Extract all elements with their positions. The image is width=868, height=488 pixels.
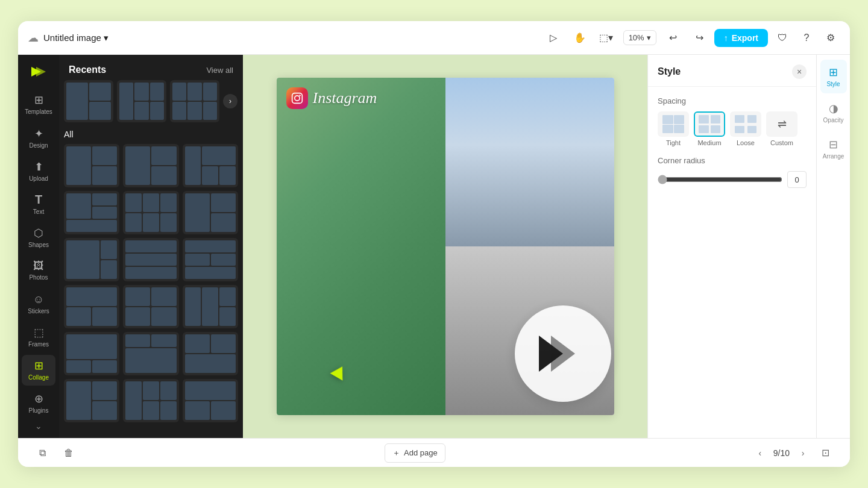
template-thumb-12[interactable] [183, 285, 238, 328]
page-nav: ‹ 9/10 › [752, 445, 811, 461]
sidebar-item-design[interactable]: ✦ Design [22, 122, 55, 153]
template-thumb-17[interactable] [123, 379, 178, 422]
collage-icon: ⊞ [34, 359, 43, 372]
templates-icon: ⊞ [34, 93, 43, 107]
next-page-btn[interactable]: › [794, 445, 811, 461]
sidebar-item-templates[interactable]: ⊞ Templates [22, 89, 55, 120]
topbar: ☁ Untitled image ▾ ▷ ✋ ⬚▾ 10% ▾ ↩ ↪ ↑ Ex… [18, 21, 850, 55]
add-page-btn[interactable]: ＋ Add page [385, 443, 445, 463]
frame-tool-btn[interactable]: ⬚▾ [597, 28, 616, 48]
upload-label: Upload [29, 175, 48, 182]
style-close-btn[interactable]: × [792, 64, 807, 79]
spacing-option-medium[interactable]: Medium [694, 111, 725, 146]
template-thumb-1[interactable] [64, 144, 119, 187]
template-thumb-9[interactable] [183, 238, 238, 281]
fit-page-btn[interactable]: ⊡ [816, 443, 835, 463]
template-thumb-2[interactable] [123, 144, 178, 187]
view-all-btn[interactable]: View all [206, 66, 233, 75]
spacing-tight-icon [658, 111, 689, 137]
spacing-option-tight[interactable]: Tight [658, 111, 689, 146]
plugins-icon: ⊕ [34, 392, 43, 405]
opacity-tab-icon: ◑ [829, 102, 838, 115]
recent-thumb-2[interactable] [117, 80, 166, 122]
template-thumb-3[interactable] [183, 144, 238, 187]
doc-title-text: Untitled image [43, 33, 101, 43]
topbar-right: ↑ Export 🛡 ? ⚙ [714, 28, 840, 48]
template-thumb-8[interactable] [123, 238, 178, 281]
spacing-medium-label: Medium [697, 139, 721, 146]
bottom-bar: ⧉ 🗑 ＋ Add page ‹ 9/10 › ⊡ [18, 438, 850, 467]
template-thumb-5[interactable] [123, 191, 178, 234]
shapes-icon: ⬡ [34, 227, 43, 240]
zoom-btn[interactable]: 10% ▾ [623, 30, 656, 45]
template-panel: Recents View all [59, 55, 243, 438]
style-panel-header: Style × [648, 55, 816, 87]
right-tab-style[interactable]: ⊞ Style [820, 60, 847, 93]
prev-page-btn[interactable]: ‹ [752, 445, 769, 461]
sidebar-item-upload[interactable]: ⬆ Upload [22, 155, 55, 186]
opacity-tab-label: Opacity [823, 117, 844, 124]
template-thumb-16[interactable] [64, 379, 119, 422]
recents-next-btn[interactable]: › [223, 94, 237, 108]
delete-page-btn[interactable]: 🗑 [59, 443, 78, 463]
frames-label: Frames [28, 341, 49, 348]
cloud-icon: ☁ [28, 31, 39, 45]
all-label: All [64, 130, 238, 139]
sidebar-item-collage[interactable]: ⊞ Collage [22, 355, 55, 386]
template-thumb-4[interactable] [64, 191, 119, 234]
main-content: ⊞ Templates ✦ Design ⬆ Upload T Text ⬡ S… [18, 55, 850, 438]
sidebar-item-photos[interactable]: 🖼 Photos [22, 255, 55, 286]
settings-btn[interactable]: ⚙ [821, 28, 840, 48]
hand-tool-btn[interactable]: ✋ [570, 28, 590, 48]
add-page-icon: ＋ [392, 448, 400, 458]
template-thumb-11[interactable] [123, 285, 178, 328]
text-label: Text [33, 208, 44, 215]
duplicate-page-btn[interactable]: ⧉ [33, 443, 52, 463]
recent-thumb-3[interactable] [170, 80, 219, 122]
template-thumb-7[interactable] [64, 238, 119, 281]
svg-point-1 [294, 96, 299, 101]
doc-title-btn[interactable]: Untitled image ▾ [43, 33, 108, 43]
export-label: Export [732, 33, 758, 43]
template-thumb-10[interactable] [64, 285, 119, 328]
spacing-section: Spacing Tight [648, 87, 816, 156]
template-thumb-6[interactable] [183, 191, 238, 234]
recents-section: › [59, 80, 243, 127]
photo-fashion[interactable] [445, 78, 614, 246]
pointer-tool-btn[interactable]: ▷ [544, 28, 563, 48]
template-thumb-18[interactable] [183, 379, 238, 422]
undo-btn[interactable]: ↩ [664, 28, 683, 48]
redo-btn[interactable]: ↪ [690, 28, 709, 48]
right-tab-arrange[interactable]: ⊟ Arrange [820, 132, 847, 166]
frames-icon: ⬚ [34, 326, 44, 339]
template-thumb-14[interactable] [123, 332, 178, 375]
spacing-options: Tight Medium [658, 111, 807, 146]
shield-icon-btn[interactable]: 🛡 [773, 28, 792, 48]
app-logo [28, 62, 49, 82]
recents-title: Recents [69, 64, 106, 75]
corner-row: 0 [658, 171, 807, 188]
spacing-option-loose[interactable]: Loose [730, 111, 761, 146]
sidebar-item-stickers[interactable]: ☺ Stickers [22, 289, 55, 319]
template-thumb-13[interactable] [64, 332, 119, 375]
export-btn[interactable]: ↑ Export [714, 29, 768, 47]
stickers-label: Stickers [28, 308, 49, 314]
templates-label: Templates [25, 108, 52, 115]
zoom-arrow: ▾ [647, 33, 651, 42]
recent-thumb-1[interactable] [64, 80, 113, 122]
plugins-label: Plugins [29, 407, 49, 414]
style-tab-label: Style [826, 81, 840, 87]
sidebar-scroll-down[interactable]: ⌄ [35, 421, 42, 431]
sidebar-item-plugins[interactable]: ⊕ Plugins [22, 388, 55, 419]
photo-girl-bike[interactable]: Instagram [277, 78, 445, 415]
sidebar-item-shapes[interactable]: ⬡ Shapes [22, 222, 55, 252]
sidebar-item-frames[interactable]: ⬚ Frames [22, 322, 55, 352]
right-tab-opacity[interactable]: ◑ Opacity [820, 96, 847, 130]
template-thumb-15[interactable] [183, 332, 238, 375]
sidebar-item-text[interactable]: T Text [22, 189, 55, 219]
help-btn[interactable]: ? [797, 28, 816, 48]
doc-title-arrow: ▾ [104, 33, 108, 43]
shapes-label: Shapes [28, 242, 49, 248]
corner-radius-slider[interactable] [658, 175, 782, 184]
spacing-option-custom[interactable]: ⇌ Custom [766, 111, 797, 146]
